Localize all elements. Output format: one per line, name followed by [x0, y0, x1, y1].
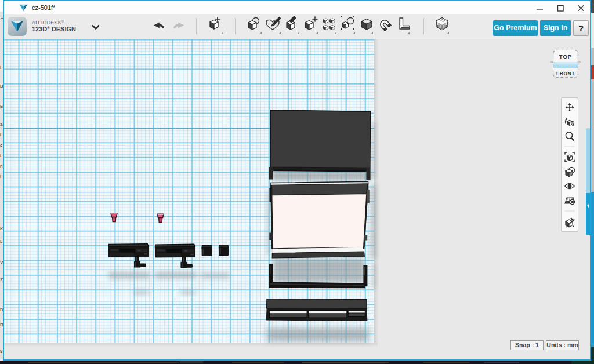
- svg-text:FRONT: FRONT: [556, 71, 575, 77]
- svg-text:TOP: TOP: [559, 53, 572, 60]
